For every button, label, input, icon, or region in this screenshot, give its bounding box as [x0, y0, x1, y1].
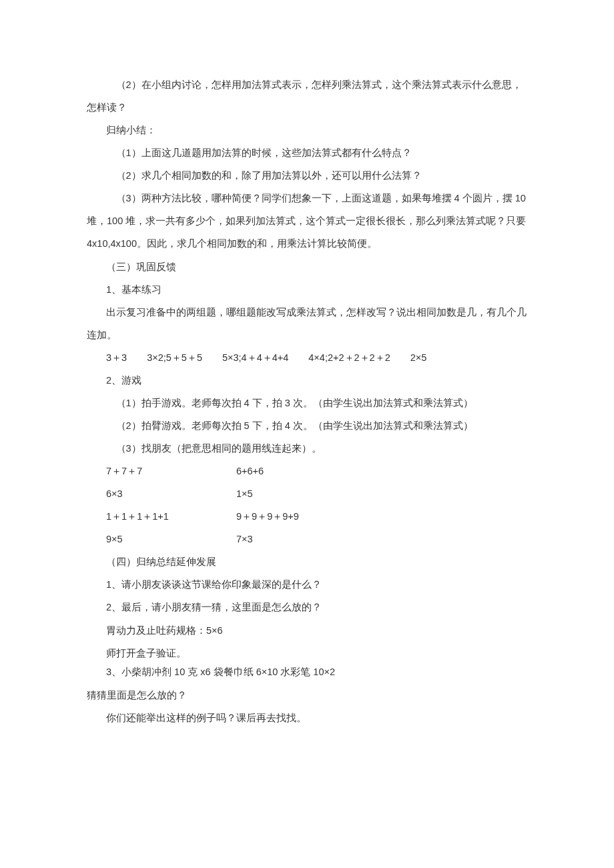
text: 猜猜里面是怎么放的？ — [87, 690, 187, 701]
text: （3）两种方法比较，哪种简便？同学们想象一下，上面这道题，如果每堆摆 4 个圆片… — [87, 193, 526, 249]
text: （2）求几个相同加数的和，除了用加法算以外，还可以用什么法算？ — [116, 170, 422, 181]
text: 出示复习准备中的两组题，哪组题能改写成乘法算式，怎样改写？说出相同加数是几，有几… — [87, 307, 527, 340]
match-row: 9×5 7×3 — [87, 528, 527, 550]
text: 归纳小结： — [106, 125, 156, 135]
section-heading: （四）归纳总结延伸发展 — [87, 550, 527, 573]
match-row: 7＋7＋7 6+6+6 — [87, 460, 527, 482]
match-row: 6×3 1×5 — [87, 482, 527, 505]
text: 3、小柴胡冲剂 10 克 x6 袋餐巾纸 6×10 水彩笔 10×2 — [106, 667, 335, 677]
text: 1、请小朋友谈谈这节课给你印象最深的是什么？ — [106, 579, 322, 590]
text: 2、最后，请小朋友猜一猜，这里面是怎么放的？ — [106, 602, 322, 612]
match-left: 9×5 — [87, 528, 217, 550]
list-item: 3、小柴胡冲剂 10 克 x6 袋餐巾纸 6×10 水彩笔 10×2 — [87, 665, 527, 680]
paragraph: 你们还能举出这样的例子吗？课后再去找找。 — [87, 707, 527, 729]
text: （2）在小组内讨论，怎样用加法算式表示，怎样列乘法算式，这个乘法算式表示什么意思… — [87, 79, 522, 113]
text: 师打开盒子验证。 — [106, 648, 186, 659]
paragraph: （1）上面这几道题用加法算的时候，这些加法算式都有什么特点？ — [87, 141, 527, 164]
match-left: 1＋1＋1＋1+1 — [87, 505, 217, 528]
match-right: 1×5 — [217, 482, 527, 505]
document-page: （2）在小组内讨论，怎样用加法算式表示，怎样列乘法算式，这个乘法算式表示什么意思… — [0, 0, 614, 868]
list-item: 2、游戏 — [87, 369, 527, 392]
text: （1）拍手游戏。老师每次拍 4 下，拍 3 次。（由学生说出加法算式和乘法算式） — [116, 398, 473, 408]
paragraph: 出示复习准备中的两组题，哪组题能改写成乘法算式，怎样改写？说出相同加数是几，有几… — [87, 301, 527, 346]
text: （四）归纳总结延伸发展 — [106, 556, 216, 567]
list-item: 1、基本练习 — [87, 278, 527, 301]
text: 3＋3 3×2;5＋5＋5 5×3;4＋4＋4+4 4×4;2+2＋2＋2＋2 … — [106, 352, 426, 363]
match-left: 6×3 — [87, 482, 217, 505]
paragraph: 猜猜里面是怎么放的？ — [87, 684, 527, 707]
paragraph: （2）求几个相同加数的和，除了用加法算以外，还可以用什么法算？ — [87, 164, 527, 187]
list-item: （3）找朋友（把意思相同的题用线连起来）。 — [87, 437, 527, 460]
list-item: （1）拍手游戏。老师每次拍 4 下，拍 3 次。（由学生说出加法算式和乘法算式） — [87, 392, 527, 414]
text: 你们还能举出这样的例子吗？课后再去找找。 — [106, 713, 306, 723]
paragraph: 师打开盒子验证。 — [87, 642, 527, 665]
text: （2）拍臂游戏。老师每次拍 5 下，拍 4 次。（由学生说出加法算式和乘法算式） — [116, 420, 473, 431]
paragraph: 胃动力及止吐药规格：5×6 — [87, 619, 527, 642]
paragraph: 归纳小结： — [87, 119, 527, 141]
match-left: 7＋7＋7 — [87, 460, 217, 482]
text: （3）找朋友（把意思相同的题用线连起来）。 — [116, 443, 322, 454]
match-right: 7×3 — [217, 528, 527, 550]
paragraph: （2）在小组内讨论，怎样用加法算式表示，怎样列乘法算式，这个乘法算式表示什么意思… — [87, 73, 527, 119]
text: 2、游戏 — [106, 375, 141, 386]
math-line: 3＋3 3×2;5＋5＋5 5×3;4＋4＋4+4 4×4;2+2＋2＋2＋2 … — [87, 346, 527, 369]
match-row: 1＋1＋1＋1+1 9＋9＋9＋9+9 — [87, 505, 527, 528]
list-item: 1、请小朋友谈谈这节课给你印象最深的是什么？ — [87, 573, 527, 596]
match-right: 9＋9＋9＋9+9 — [217, 505, 527, 528]
text: 1、基本练习 — [106, 284, 162, 295]
list-item: 2、最后，请小朋友猜一猜，这里面是怎么放的？ — [87, 596, 527, 618]
section-heading: （三）巩固反馈 — [87, 256, 527, 278]
text: （三）巩固反馈 — [106, 262, 176, 272]
list-item: （2）拍臂游戏。老师每次拍 5 下，拍 4 次。（由学生说出加法算式和乘法算式） — [87, 414, 527, 437]
text: （1）上面这几道题用加法算的时候，这些加法算式都有什么特点？ — [116, 147, 412, 158]
match-right: 6+6+6 — [217, 460, 527, 482]
text: 胃动力及止吐药规格：5×6 — [106, 625, 223, 636]
paragraph: （3）两种方法比较，哪种简便？同学们想象一下，上面这道题，如果每堆摆 4 个圆片… — [87, 187, 527, 255]
